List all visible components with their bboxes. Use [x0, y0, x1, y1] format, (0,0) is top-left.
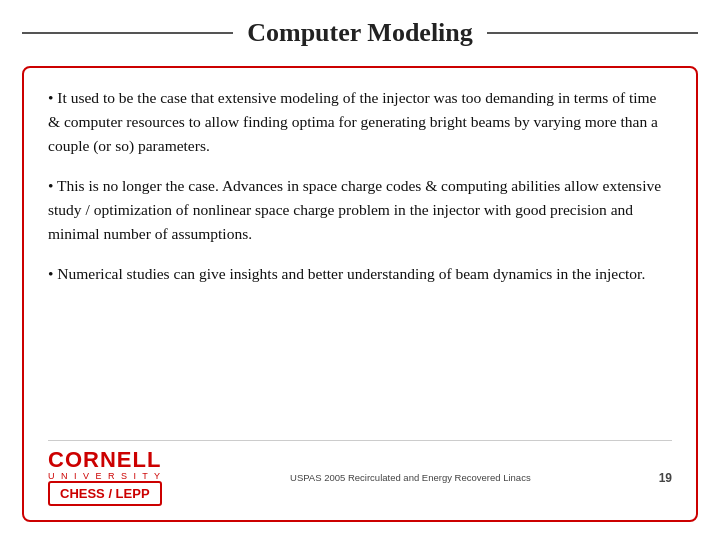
cornell-name: CORNELL: [48, 449, 161, 471]
bullet-3: • Numerical studies can give insights an…: [48, 262, 672, 286]
cornell-university: U N I V E R S I T Y: [48, 471, 162, 481]
title-line-left: [22, 32, 233, 34]
chess-lepp-label: CHESS / LEPP: [48, 481, 162, 506]
footer-page-number: 19: [659, 471, 672, 485]
slide: Computer Modeling • It used to be the ca…: [0, 0, 720, 540]
cornell-logo: CORNELL U N I V E R S I T Y CHESS / LEPP: [48, 449, 162, 506]
bullet-list: • It used to be the case that extensive …: [48, 86, 672, 428]
slide-footer: CORNELL U N I V E R S I T Y CHESS / LEPP…: [48, 440, 672, 506]
bullet-1: • It used to be the case that extensive …: [48, 86, 672, 158]
title-line-right: [487, 32, 698, 34]
footer-conference: USPAS 2005 Recirculated and Energy Recov…: [162, 472, 659, 483]
content-area: • It used to be the case that extensive …: [22, 66, 698, 522]
bullet-2: • This is no longer the case. Advances i…: [48, 174, 672, 246]
slide-title: Computer Modeling: [233, 18, 487, 48]
title-bar: Computer Modeling: [22, 18, 698, 48]
